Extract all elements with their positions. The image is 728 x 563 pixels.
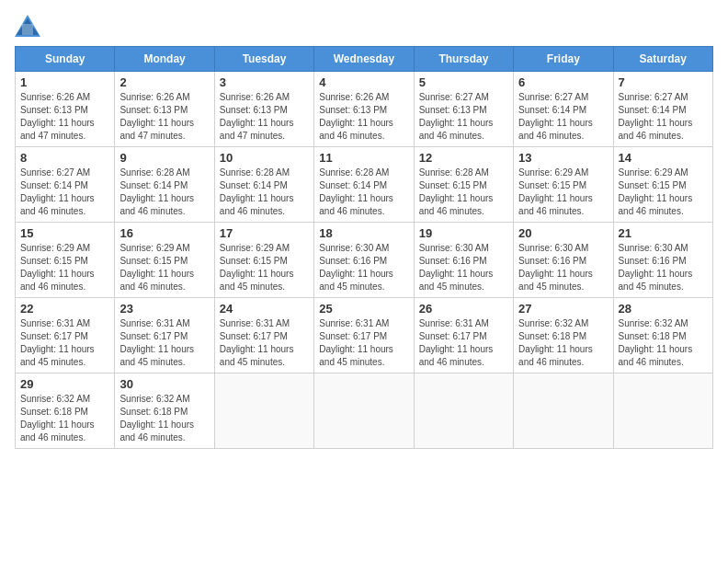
day-number: 27 — [518, 302, 608, 316]
calendar-cell: 18Sunrise: 6:30 AMSunset: 6:16 PMDayligh… — [314, 223, 414, 298]
day-number: 30 — [119, 377, 209, 391]
calendar-cell: 10Sunrise: 6:28 AMSunset: 6:14 PMDayligh… — [214, 147, 313, 223]
calendar-week-row: 15Sunrise: 6:29 AMSunset: 6:15 PMDayligh… — [16, 223, 713, 298]
day-number: 2 — [119, 75, 209, 89]
calendar-cell: 11Sunrise: 6:28 AMSunset: 6:14 PMDayligh… — [314, 147, 414, 223]
day-info: Sunrise: 6:28 AMSunset: 6:14 PMDaylight:… — [220, 167, 309, 218]
day-number: 12 — [419, 151, 508, 165]
calendar-cell: 26Sunrise: 6:31 AMSunset: 6:17 PMDayligh… — [414, 298, 513, 373]
calendar-week-row: 22Sunrise: 6:31 AMSunset: 6:17 PMDayligh… — [16, 298, 713, 373]
day-number: 16 — [119, 226, 209, 240]
svg-rect-2 — [22, 24, 33, 35]
calendar-cell: 13Sunrise: 6:29 AMSunset: 6:15 PMDayligh… — [514, 147, 613, 223]
day-number: 25 — [319, 302, 408, 316]
calendar-week-row: 8Sunrise: 6:27 AMSunset: 6:14 PMDaylight… — [16, 147, 713, 223]
calendar-cell: 1Sunrise: 6:26 AMSunset: 6:13 PMDaylight… — [16, 72, 115, 147]
day-number: 11 — [319, 151, 408, 165]
day-number: 14 — [619, 151, 708, 165]
calendar-cell: 23Sunrise: 6:31 AMSunset: 6:17 PMDayligh… — [115, 298, 214, 373]
day-info: Sunrise: 6:27 AMSunset: 6:14 PMDaylight:… — [619, 91, 708, 143]
day-info: Sunrise: 6:31 AMSunset: 6:17 PMDaylight:… — [419, 317, 508, 369]
calendar-cell: 5Sunrise: 6:27 AMSunset: 6:13 PMDaylight… — [414, 72, 513, 147]
day-info: Sunrise: 6:30 AMSunset: 6:16 PMDaylight:… — [518, 242, 608, 293]
calendar-cell: 3Sunrise: 6:26 AMSunset: 6:13 PMDaylight… — [214, 72, 313, 147]
calendar-cell: 27Sunrise: 6:32 AMSunset: 6:18 PMDayligh… — [514, 298, 613, 373]
day-number: 1 — [20, 75, 109, 89]
calendar-cell: 9Sunrise: 6:28 AMSunset: 6:14 PMDaylight… — [115, 147, 214, 223]
calendar-cell: 12Sunrise: 6:28 AMSunset: 6:15 PMDayligh… — [414, 147, 513, 223]
day-header-thursday: Thursday — [414, 47, 513, 72]
logo-icon — [15, 15, 40, 37]
header — [15, 15, 713, 37]
day-number: 20 — [518, 226, 608, 240]
day-number: 8 — [20, 151, 109, 165]
day-info: Sunrise: 6:28 AMSunset: 6:15 PMDaylight:… — [419, 167, 508, 218]
calendar-cell: 14Sunrise: 6:29 AMSunset: 6:15 PMDayligh… — [613, 147, 712, 223]
calendar-cell — [613, 373, 712, 449]
day-info: Sunrise: 6:30 AMSunset: 6:16 PMDaylight:… — [619, 242, 708, 293]
calendar-cell: 25Sunrise: 6:31 AMSunset: 6:17 PMDayligh… — [314, 298, 414, 373]
day-number: 19 — [419, 226, 508, 240]
calendar-cell — [414, 373, 513, 449]
calendar-cell: 2Sunrise: 6:26 AMSunset: 6:13 PMDaylight… — [115, 72, 214, 147]
day-number: 3 — [220, 75, 309, 89]
day-number: 6 — [518, 75, 608, 89]
day-info: Sunrise: 6:26 AMSunset: 6:13 PMDaylight:… — [220, 91, 309, 143]
day-info: Sunrise: 6:29 AMSunset: 6:15 PMDaylight:… — [518, 167, 608, 218]
day-header-friday: Friday — [514, 47, 613, 72]
day-info: Sunrise: 6:27 AMSunset: 6:14 PMDaylight:… — [20, 167, 109, 218]
day-header-sunday: Sunday — [16, 47, 115, 72]
calendar-cell: 24Sunrise: 6:31 AMSunset: 6:17 PMDayligh… — [214, 298, 313, 373]
calendar-cell: 20Sunrise: 6:30 AMSunset: 6:16 PMDayligh… — [514, 223, 613, 298]
calendar-cell — [514, 373, 613, 449]
day-info: Sunrise: 6:29 AMSunset: 6:15 PMDaylight:… — [619, 167, 708, 218]
day-number: 5 — [419, 75, 508, 89]
calendar-cell: 17Sunrise: 6:29 AMSunset: 6:15 PMDayligh… — [214, 223, 313, 298]
calendar-cell: 29Sunrise: 6:32 AMSunset: 6:18 PMDayligh… — [16, 373, 115, 449]
day-header-monday: Monday — [115, 47, 214, 72]
calendar-cell: 15Sunrise: 6:29 AMSunset: 6:15 PMDayligh… — [16, 223, 115, 298]
day-info: Sunrise: 6:27 AMSunset: 6:14 PMDaylight:… — [518, 91, 608, 143]
day-number: 4 — [319, 75, 408, 89]
day-number: 26 — [419, 302, 508, 316]
day-info: Sunrise: 6:29 AMSunset: 6:15 PMDaylight:… — [220, 242, 309, 293]
day-info: Sunrise: 6:32 AMSunset: 6:18 PMDaylight:… — [619, 317, 708, 369]
day-info: Sunrise: 6:26 AMSunset: 6:13 PMDaylight:… — [20, 91, 109, 143]
day-number: 9 — [119, 151, 209, 165]
day-header-tuesday: Tuesday — [214, 47, 313, 72]
day-info: Sunrise: 6:31 AMSunset: 6:17 PMDaylight:… — [319, 317, 408, 369]
day-header-wednesday: Wednesday — [314, 47, 414, 72]
calendar-table: SundayMondayTuesdayWednesdayThursdayFrid… — [15, 46, 713, 449]
logo — [15, 15, 44, 37]
day-number: 7 — [619, 75, 708, 89]
day-info: Sunrise: 6:26 AMSunset: 6:13 PMDaylight:… — [119, 91, 209, 143]
calendar-cell: 8Sunrise: 6:27 AMSunset: 6:14 PMDaylight… — [16, 147, 115, 223]
calendar-cell: 6Sunrise: 6:27 AMSunset: 6:14 PMDaylight… — [514, 72, 613, 147]
day-info: Sunrise: 6:32 AMSunset: 6:18 PMDaylight:… — [119, 393, 209, 444]
calendar-cell: 21Sunrise: 6:30 AMSunset: 6:16 PMDayligh… — [613, 223, 712, 298]
day-info: Sunrise: 6:29 AMSunset: 6:15 PMDaylight:… — [119, 242, 209, 293]
calendar-cell: 19Sunrise: 6:30 AMSunset: 6:16 PMDayligh… — [414, 223, 513, 298]
day-number: 29 — [20, 377, 109, 391]
day-number: 15 — [20, 226, 109, 240]
calendar-cell: 7Sunrise: 6:27 AMSunset: 6:14 PMDaylight… — [613, 72, 712, 147]
calendar-cell: 28Sunrise: 6:32 AMSunset: 6:18 PMDayligh… — [613, 298, 712, 373]
day-number: 17 — [220, 226, 309, 240]
day-info: Sunrise: 6:30 AMSunset: 6:16 PMDaylight:… — [419, 242, 508, 293]
calendar-week-row: 29Sunrise: 6:32 AMSunset: 6:18 PMDayligh… — [16, 373, 713, 449]
day-info: Sunrise: 6:32 AMSunset: 6:18 PMDaylight:… — [20, 393, 109, 444]
calendar-cell: 16Sunrise: 6:29 AMSunset: 6:15 PMDayligh… — [115, 223, 214, 298]
calendar-cell: 22Sunrise: 6:31 AMSunset: 6:17 PMDayligh… — [16, 298, 115, 373]
day-header-saturday: Saturday — [613, 47, 712, 72]
day-info: Sunrise: 6:28 AMSunset: 6:14 PMDaylight:… — [319, 167, 408, 218]
day-info: Sunrise: 6:31 AMSunset: 6:17 PMDaylight:… — [119, 317, 209, 369]
day-info: Sunrise: 6:28 AMSunset: 6:14 PMDaylight:… — [119, 167, 209, 218]
day-info: Sunrise: 6:29 AMSunset: 6:15 PMDaylight:… — [20, 242, 109, 293]
day-number: 28 — [619, 302, 708, 316]
day-number: 18 — [319, 226, 408, 240]
day-info: Sunrise: 6:27 AMSunset: 6:13 PMDaylight:… — [419, 91, 508, 143]
calendar-cell — [214, 373, 313, 449]
day-number: 21 — [619, 226, 708, 240]
day-number: 24 — [220, 302, 309, 316]
day-number: 22 — [20, 302, 109, 316]
